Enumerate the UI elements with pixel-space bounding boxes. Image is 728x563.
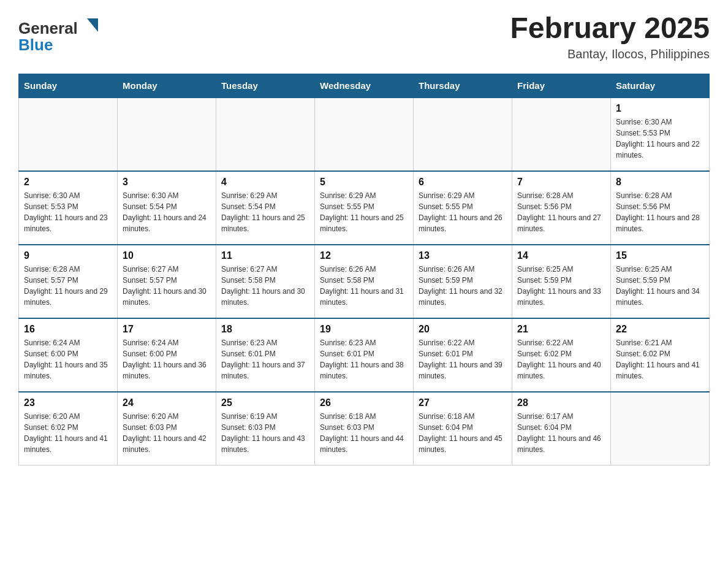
cell-day-number: 2 [24,177,112,188]
calendar-cell: 4Sunrise: 6:29 AMSunset: 5:54 PMDaylight… [216,171,315,245]
cell-sun-info: Sunrise: 6:29 AMSunset: 5:55 PMDaylight:… [419,190,507,234]
calendar-cell [512,98,611,171]
calendar-cell: 28Sunrise: 6:17 AMSunset: 6:04 PMDayligh… [512,392,611,465]
calendar-cell: 27Sunrise: 6:18 AMSunset: 6:04 PMDayligh… [414,392,512,465]
calendar-week-row: 23Sunrise: 6:20 AMSunset: 6:02 PMDayligh… [19,392,710,465]
cell-day-number: 11 [221,250,309,261]
location: Bantay, Ilocos, Philippines [510,47,710,61]
cell-day-number: 8 [616,177,704,188]
cell-sun-info: Sunrise: 6:27 AMSunset: 5:57 PMDaylight:… [123,264,211,308]
cell-day-number: 3 [123,177,211,188]
cell-sun-info: Sunrise: 6:20 AMSunset: 6:02 PMDaylight:… [24,411,112,455]
svg-text:General: General [18,19,78,37]
cell-sun-info: Sunrise: 6:30 AMSunset: 5:54 PMDaylight:… [123,190,211,234]
calendar-week-row: 9Sunrise: 6:28 AMSunset: 5:57 PMDaylight… [19,245,710,318]
cell-sun-info: Sunrise: 6:30 AMSunset: 5:53 PMDaylight:… [616,117,704,161]
calendar-cell [414,98,512,171]
cell-day-number: 12 [320,250,408,261]
cell-day-number: 27 [419,397,507,408]
cell-day-number: 22 [616,324,704,335]
cell-sun-info: Sunrise: 6:18 AMSunset: 6:04 PMDaylight:… [419,411,507,455]
cell-sun-info: Sunrise: 6:28 AMSunset: 5:57 PMDaylight:… [24,264,112,308]
calendar-week-row: 1Sunrise: 6:30 AMSunset: 5:53 PMDaylight… [19,98,710,171]
cell-day-number: 9 [24,250,112,261]
calendar-week-row: 16Sunrise: 6:24 AMSunset: 6:00 PMDayligh… [19,318,710,392]
cell-day-number: 23 [24,397,112,408]
calendar-cell: 26Sunrise: 6:18 AMSunset: 6:03 PMDayligh… [315,392,414,465]
weekday-header-row: SundayMondayTuesdayWednesdayThursdayFrid… [19,74,710,98]
cell-day-number: 24 [123,397,211,408]
cell-day-number: 14 [517,250,605,261]
calendar-cell: 22Sunrise: 6:21 AMSunset: 6:02 PMDayligh… [611,318,710,392]
cell-day-number: 7 [517,177,605,188]
cell-sun-info: Sunrise: 6:24 AMSunset: 6:00 PMDaylight:… [123,337,211,381]
weekday-header-friday: Friday [512,74,611,98]
cell-sun-info: Sunrise: 6:28 AMSunset: 5:56 PMDaylight:… [517,190,605,234]
cell-sun-info: Sunrise: 6:26 AMSunset: 5:58 PMDaylight:… [320,264,408,308]
calendar-cell: 1Sunrise: 6:30 AMSunset: 5:53 PMDaylight… [611,98,710,171]
weekday-header-tuesday: Tuesday [216,74,315,98]
cell-sun-info: Sunrise: 6:22 AMSunset: 6:02 PMDaylight:… [517,337,605,381]
cell-day-number: 21 [517,324,605,335]
calendar-cell: 7Sunrise: 6:28 AMSunset: 5:56 PMDaylight… [512,171,611,245]
cell-day-number: 5 [320,177,408,188]
calendar-cell: 9Sunrise: 6:28 AMSunset: 5:57 PMDaylight… [19,245,118,318]
calendar-cell: 17Sunrise: 6:24 AMSunset: 6:00 PMDayligh… [118,318,216,392]
calendar-cell [216,98,315,171]
calendar-cell: 14Sunrise: 6:25 AMSunset: 5:59 PMDayligh… [512,245,611,318]
cell-day-number: 1 [616,103,704,114]
weekday-header-thursday: Thursday [414,74,512,98]
calendar-cell: 10Sunrise: 6:27 AMSunset: 5:57 PMDayligh… [118,245,216,318]
cell-sun-info: Sunrise: 6:19 AMSunset: 6:03 PMDaylight:… [221,411,309,455]
cell-sun-info: Sunrise: 6:29 AMSunset: 5:54 PMDaylight:… [221,190,309,234]
month-title: February 2025 [510,12,710,45]
calendar-cell: 6Sunrise: 6:29 AMSunset: 5:55 PMDaylight… [414,171,512,245]
svg-marker-1 [87,18,98,32]
calendar-cell [19,98,118,171]
calendar-table: SundayMondayTuesdayWednesdayThursdayFrid… [18,74,710,466]
cell-sun-info: Sunrise: 6:26 AMSunset: 5:59 PMDaylight:… [419,264,507,308]
cell-sun-info: Sunrise: 6:28 AMSunset: 5:56 PMDaylight:… [616,190,704,234]
calendar-cell: 13Sunrise: 6:26 AMSunset: 5:59 PMDayligh… [414,245,512,318]
calendar-cell: 16Sunrise: 6:24 AMSunset: 6:00 PMDayligh… [19,318,118,392]
calendar-cell: 19Sunrise: 6:23 AMSunset: 6:01 PMDayligh… [315,318,414,392]
cell-day-number: 18 [221,324,309,335]
calendar-week-row: 2Sunrise: 6:30 AMSunset: 5:53 PMDaylight… [19,171,710,245]
cell-day-number: 28 [517,397,605,408]
cell-sun-info: Sunrise: 6:23 AMSunset: 6:01 PMDaylight:… [320,337,408,381]
cell-sun-info: Sunrise: 6:25 AMSunset: 5:59 PMDaylight:… [616,264,704,308]
cell-day-number: 19 [320,324,408,335]
calendar-cell: 3Sunrise: 6:30 AMSunset: 5:54 PMDaylight… [118,171,216,245]
weekday-header-monday: Monday [118,74,216,98]
weekday-header-sunday: Sunday [19,74,118,98]
cell-sun-info: Sunrise: 6:24 AMSunset: 6:00 PMDaylight:… [24,337,112,381]
calendar-cell: 18Sunrise: 6:23 AMSunset: 6:01 PMDayligh… [216,318,315,392]
calendar-cell [118,98,216,171]
cell-sun-info: Sunrise: 6:25 AMSunset: 5:59 PMDaylight:… [517,264,605,308]
logo: General Blue [18,12,116,58]
weekday-header-wednesday: Wednesday [315,74,414,98]
calendar-cell: 5Sunrise: 6:29 AMSunset: 5:55 PMDaylight… [315,171,414,245]
cell-sun-info: Sunrise: 6:21 AMSunset: 6:02 PMDaylight:… [616,337,704,381]
calendar-cell: 8Sunrise: 6:28 AMSunset: 5:56 PMDaylight… [611,171,710,245]
cell-day-number: 16 [24,324,112,335]
cell-sun-info: Sunrise: 6:27 AMSunset: 5:58 PMDaylight:… [221,264,309,308]
svg-text:Blue: Blue [18,36,53,54]
cell-sun-info: Sunrise: 6:23 AMSunset: 6:01 PMDaylight:… [221,337,309,381]
calendar-cell: 25Sunrise: 6:19 AMSunset: 6:03 PMDayligh… [216,392,315,465]
cell-sun-info: Sunrise: 6:30 AMSunset: 5:53 PMDaylight:… [24,190,112,234]
cell-sun-info: Sunrise: 6:22 AMSunset: 6:01 PMDaylight:… [419,337,507,381]
calendar-cell: 20Sunrise: 6:22 AMSunset: 6:01 PMDayligh… [414,318,512,392]
title-section: February 2025 Bantay, Ilocos, Philippine… [510,12,710,61]
calendar-cell: 23Sunrise: 6:20 AMSunset: 6:02 PMDayligh… [19,392,118,465]
weekday-header-saturday: Saturday [611,74,710,98]
calendar-cell: 12Sunrise: 6:26 AMSunset: 5:58 PMDayligh… [315,245,414,318]
cell-day-number: 10 [123,250,211,261]
cell-day-number: 26 [320,397,408,408]
cell-day-number: 25 [221,397,309,408]
calendar-cell: 11Sunrise: 6:27 AMSunset: 5:58 PMDayligh… [216,245,315,318]
cell-day-number: 15 [616,250,704,261]
cell-sun-info: Sunrise: 6:20 AMSunset: 6:03 PMDaylight:… [123,411,211,455]
calendar-cell [611,392,710,465]
cell-sun-info: Sunrise: 6:29 AMSunset: 5:55 PMDaylight:… [320,190,408,234]
